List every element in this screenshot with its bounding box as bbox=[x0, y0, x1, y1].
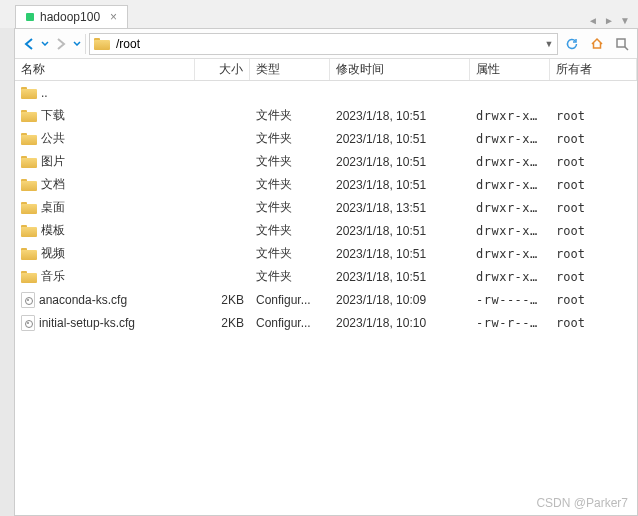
folder-icon bbox=[94, 37, 110, 50]
file-owner: root bbox=[550, 316, 637, 330]
file-perm: drwxr-xr... bbox=[470, 155, 550, 169]
file-name: 音乐 bbox=[41, 268, 65, 285]
tab-menu-button[interactable]: ▼ bbox=[617, 12, 633, 28]
tab-next-button[interactable]: ► bbox=[601, 12, 617, 28]
file-type: 文件夹 bbox=[250, 153, 330, 170]
file-list[interactable]: ..下载文件夹2023/1/18, 10:51drwxr-xr...root公共… bbox=[15, 81, 637, 515]
file-mtime: 2023/1/18, 13:51 bbox=[330, 201, 470, 215]
file-row[interactable]: 公共文件夹2023/1/18, 10:51drwxr-xr...root bbox=[15, 127, 637, 150]
left-gutter bbox=[0, 28, 15, 516]
path-input[interactable] bbox=[114, 35, 541, 53]
file-mtime: 2023/1/18, 10:51 bbox=[330, 155, 470, 169]
tab-hadoop100[interactable]: hadoop100 × bbox=[15, 5, 128, 28]
file-owner: root bbox=[550, 132, 637, 146]
folder-icon bbox=[21, 132, 37, 145]
file-row[interactable]: 视频文件夹2023/1/18, 10:51drwxr-xr...root bbox=[15, 242, 637, 265]
file-perm: drwxr-xr... bbox=[470, 201, 550, 215]
tab-title: hadoop100 bbox=[40, 10, 100, 24]
forward-dropdown[interactable] bbox=[72, 33, 82, 55]
forward-button[interactable] bbox=[51, 33, 71, 55]
file-row[interactable]: 文档文件夹2023/1/18, 10:51drwxr-xr...root bbox=[15, 173, 637, 196]
config-file-icon bbox=[21, 292, 35, 308]
file-type: 文件夹 bbox=[250, 222, 330, 239]
file-mtime: 2023/1/18, 10:51 bbox=[330, 109, 470, 123]
separator bbox=[85, 34, 86, 54]
file-header: 名称 大小 类型 修改时间 属性 所有者 bbox=[15, 59, 637, 81]
file-perm: -rw-r--r... bbox=[470, 316, 550, 330]
tab-prev-button[interactable]: ◄ bbox=[585, 12, 601, 28]
column-type[interactable]: 类型 bbox=[250, 59, 330, 80]
file-name: 下载 bbox=[41, 107, 65, 124]
folder-icon bbox=[21, 224, 37, 237]
chevron-down-icon[interactable]: ▼ bbox=[541, 39, 557, 49]
tab-bar: hadoop100 × ◄ ► ▼ bbox=[0, 0, 638, 28]
file-name: 视频 bbox=[41, 245, 65, 262]
file-perm: -rw-----... bbox=[470, 293, 550, 307]
file-type: Configur... bbox=[250, 293, 330, 307]
file-mtime: 2023/1/18, 10:09 bbox=[330, 293, 470, 307]
file-name: 公共 bbox=[41, 130, 65, 147]
file-name: anaconda-ks.cfg bbox=[39, 293, 127, 307]
file-type: 文件夹 bbox=[250, 199, 330, 216]
home-button[interactable] bbox=[586, 33, 608, 55]
file-perm: drwxr-xr... bbox=[470, 109, 550, 123]
file-row[interactable]: 下载文件夹2023/1/18, 10:51drwxr-xr...root bbox=[15, 104, 637, 127]
file-perm: drwxr-xr... bbox=[470, 224, 550, 238]
file-owner: root bbox=[550, 201, 637, 215]
file-mtime: 2023/1/18, 10:51 bbox=[330, 132, 470, 146]
main-area: ▼ 名称 大小 类型 修改时间 属性 所有者 ..下载文件夹2023/1/18,… bbox=[0, 28, 638, 516]
tab-nav-buttons: ◄ ► ▼ bbox=[585, 12, 638, 28]
file-type: Configur... bbox=[250, 316, 330, 330]
file-name: .. bbox=[41, 86, 48, 100]
folder-icon bbox=[21, 155, 37, 168]
file-row[interactable]: .. bbox=[15, 81, 637, 104]
file-type: 文件夹 bbox=[250, 107, 330, 124]
folder-icon bbox=[21, 247, 37, 260]
close-icon[interactable]: × bbox=[110, 10, 117, 24]
folder-icon bbox=[21, 86, 37, 99]
file-owner: root bbox=[550, 247, 637, 261]
back-button[interactable] bbox=[19, 33, 39, 55]
refresh-button[interactable] bbox=[561, 33, 583, 55]
file-row[interactable]: 音乐文件夹2023/1/18, 10:51drwxr-xr...root bbox=[15, 265, 637, 288]
file-perm: drwxr-xr... bbox=[470, 178, 550, 192]
file-name: 文档 bbox=[41, 176, 65, 193]
file-perm: drwxr-xr... bbox=[470, 247, 550, 261]
file-row[interactable]: 图片文件夹2023/1/18, 10:51drwxr-xr...root bbox=[15, 150, 637, 173]
address-bar[interactable]: ▼ bbox=[89, 33, 558, 55]
nav-toolbar: ▼ bbox=[15, 29, 637, 59]
column-mtime[interactable]: 修改时间 bbox=[330, 59, 470, 80]
file-mtime: 2023/1/18, 10:51 bbox=[330, 270, 470, 284]
file-row[interactable]: anaconda-ks.cfg2KBConfigur...2023/1/18, … bbox=[15, 288, 637, 311]
config-file-icon bbox=[21, 315, 35, 331]
file-size: 2KB bbox=[195, 293, 250, 307]
file-mtime: 2023/1/18, 10:51 bbox=[330, 178, 470, 192]
file-row[interactable]: 模板文件夹2023/1/18, 10:51drwxr-xr...root bbox=[15, 219, 637, 242]
folder-icon bbox=[21, 201, 37, 214]
file-name: initial-setup-ks.cfg bbox=[39, 316, 135, 330]
file-name: 桌面 bbox=[41, 199, 65, 216]
folder-icon bbox=[21, 178, 37, 191]
status-dot-icon bbox=[26, 13, 34, 21]
column-perm[interactable]: 属性 bbox=[470, 59, 550, 80]
file-type: 文件夹 bbox=[250, 130, 330, 147]
file-type: 文件夹 bbox=[250, 176, 330, 193]
column-name[interactable]: 名称 bbox=[15, 59, 195, 80]
file-perm: drwxr-xr... bbox=[470, 132, 550, 146]
back-dropdown[interactable] bbox=[40, 33, 50, 55]
file-owner: root bbox=[550, 109, 637, 123]
find-button[interactable] bbox=[611, 33, 633, 55]
file-type: 文件夹 bbox=[250, 268, 330, 285]
file-name: 图片 bbox=[41, 153, 65, 170]
file-mtime: 2023/1/18, 10:51 bbox=[330, 224, 470, 238]
file-row[interactable]: 桌面文件夹2023/1/18, 13:51drwxr-xr...root bbox=[15, 196, 637, 219]
file-name: 模板 bbox=[41, 222, 65, 239]
column-owner[interactable]: 所有者 bbox=[550, 59, 637, 80]
column-size[interactable]: 大小 bbox=[195, 59, 250, 80]
file-mtime: 2023/1/18, 10:10 bbox=[330, 316, 470, 330]
file-owner: root bbox=[550, 270, 637, 284]
file-perm: drwxr-xr... bbox=[470, 270, 550, 284]
file-owner: root bbox=[550, 293, 637, 307]
file-type: 文件夹 bbox=[250, 245, 330, 262]
file-row[interactable]: initial-setup-ks.cfg2KBConfigur...2023/1… bbox=[15, 311, 637, 334]
